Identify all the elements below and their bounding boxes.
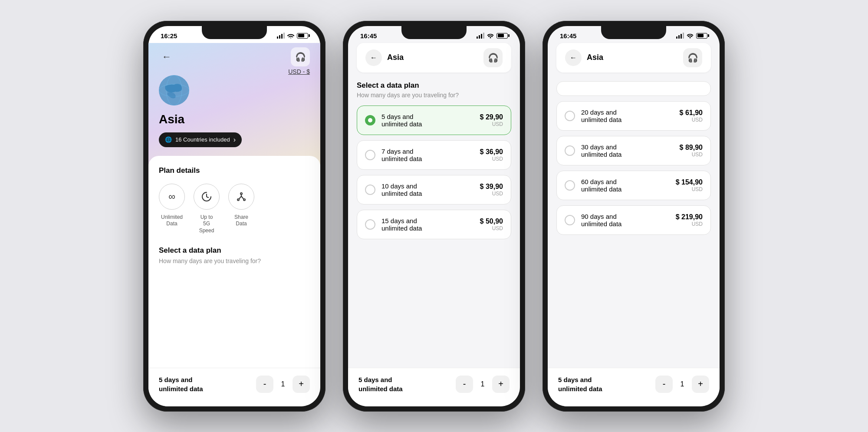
battery-icon <box>297 33 308 39</box>
unlimited-data-icon-item: ∞ UnlimitedData <box>159 184 185 234</box>
plan-price-20days: $ 61,90 USD <box>680 109 703 123</box>
support-button-3[interactable]: 🎧 <box>683 48 702 67</box>
countries-pill[interactable]: 🌐 16 Countries included › <box>159 132 242 147</box>
share-icon-item: ShareData <box>228 184 254 234</box>
plan-icons-row: ∞ UnlimitedData Up to5GSpeed <box>159 184 310 234</box>
radio-30days <box>565 145 575 156</box>
bottom-plan-text-2: 5 days and unlimited data <box>358 375 403 393</box>
quantity-plus-1[interactable]: + <box>293 376 310 393</box>
quantity-value-2: 1 <box>478 380 487 388</box>
countries-label: 16 Countries included <box>175 136 230 143</box>
speed-label: Up to5GSpeed <box>199 214 214 234</box>
phone-2: 16:45 ← Asia 🎧 Select a <box>343 21 525 412</box>
select-plan-title-2: Select a data plan <box>357 81 511 90</box>
plan-label-30days: 30 days andunlimited data <box>581 143 621 158</box>
plan-price-15days: $ 50,90 USD <box>480 218 503 231</box>
time-2: 16:45 <box>360 32 377 40</box>
share-label: ShareData <box>234 214 248 228</box>
time-3: 16:45 <box>560 32 576 40</box>
plan-option-5days[interactable]: 5 days andunlimited data $ 29,90 USD <box>357 106 511 135</box>
plan-label-10days: 10 days andunlimited data <box>381 182 422 197</box>
plan-option-7days[interactable]: 7 days andunlimited data $ 36,90 USD <box>357 140 511 170</box>
plan-label-20days: 20 days andunlimited data <box>581 109 621 123</box>
plan-label-7days: 7 days andunlimited data <box>381 148 422 162</box>
radio-7days <box>365 150 375 160</box>
radio-15days <box>365 219 375 230</box>
plan-label-15days: 15 days andunlimited data <box>381 217 422 232</box>
wifi-icon <box>287 33 294 38</box>
support-button-1[interactable]: 🎧 <box>291 47 310 66</box>
bottom-plan-text-1: 5 days and unlimited data <box>159 375 203 393</box>
battery-icon-2 <box>496 33 508 39</box>
share-icon-circle <box>228 184 254 210</box>
bottom-bar-2: 5 days and unlimited data - 1 + <box>348 368 520 406</box>
time-1: 16:25 <box>161 32 177 40</box>
quantity-value-1: 1 <box>279 380 287 388</box>
quantity-minus-3[interactable]: - <box>655 376 673 393</box>
globe-icon: 🌐 <box>165 136 172 143</box>
quantity-plus-3[interactable]: + <box>692 376 709 393</box>
select-plan-sub-1: How many days are you traveling for? <box>159 257 310 264</box>
status-icons-3 <box>676 33 707 39</box>
nav-header-2: ← Asia 🎧 <box>357 43 511 73</box>
currency-selector[interactable]: USD - $ <box>288 68 310 75</box>
bottom-plan-text-3: 5 days and unlimited data <box>558 375 602 393</box>
plan-price-5days: $ 29,90 USD <box>480 113 503 127</box>
back-button-2[interactable]: ← <box>365 49 382 66</box>
notch-2 <box>401 26 467 39</box>
unlimited-label: UnlimitedData <box>161 214 183 228</box>
quantity-plus-2[interactable]: + <box>492 376 510 393</box>
radio-10days <box>365 185 375 195</box>
plan-option-20days[interactable]: 20 days andunlimited data $ 61,90 USD <box>556 101 711 131</box>
speed-icon-item: Up to5GSpeed <box>194 184 220 234</box>
status-icons-1 <box>277 33 308 39</box>
plan-option-30days[interactable]: 30 days andunlimited data $ 89,90 USD <box>556 136 711 165</box>
plan-price-10days: $ 39,90 USD <box>480 183 503 197</box>
svg-point-4 <box>237 199 239 201</box>
plan-price-30days: $ 89,90 USD <box>680 144 703 158</box>
status-icons-2 <box>477 33 508 39</box>
back-button-1[interactable]: ← <box>159 49 174 65</box>
quantity-controls-2[interactable]: - 1 + <box>456 376 510 393</box>
speed-icon-circle <box>194 184 220 210</box>
signal-icon <box>277 33 285 39</box>
signal-icon-2 <box>477 33 484 39</box>
quantity-controls-3[interactable]: - 1 + <box>655 376 709 393</box>
nav-header-3: ← Asia 🎧 <box>556 43 711 73</box>
wifi-icon-3 <box>687 33 694 38</box>
quantity-minus-2[interactable]: - <box>456 376 473 393</box>
select-plan-sub-2: How many days are you traveling for? <box>357 92 511 99</box>
chevron-right-icon: › <box>233 136 236 144</box>
quantity-controls-1[interactable]: - 1 + <box>256 376 310 393</box>
battery-icon-3 <box>696 33 707 39</box>
header-left-2: ← Asia <box>365 49 404 66</box>
quantity-value-3: 1 <box>678 380 687 388</box>
plan-option-10days[interactable]: 10 days andunlimited data $ 39,90 USD <box>357 175 511 204</box>
plan-label-90days: 90 days andunlimited data <box>581 213 621 228</box>
phone-3: 16:45 ← Asia 🎧 <box>542 21 725 412</box>
notch-3 <box>601 26 666 39</box>
plan-details-title: Plan details <box>159 166 310 175</box>
plan-price-90days: $ 219,90 USD <box>676 213 703 227</box>
support-button-2[interactable]: 🎧 <box>483 48 503 67</box>
radio-60days <box>565 180 575 191</box>
radio-90days <box>565 215 575 225</box>
plan-list-2: Select a data plan How many days are you… <box>348 81 520 244</box>
partial-plan-card <box>556 81 711 96</box>
back-button-3[interactable]: ← <box>565 49 582 66</box>
region-title-3: Asia <box>587 53 603 62</box>
quantity-minus-1[interactable]: - <box>256 376 273 393</box>
plan-option-60days[interactable]: 60 days andunlimited data $ 154,90 USD <box>556 171 711 200</box>
signal-icon-3 <box>676 33 684 39</box>
bottom-bar-1: 5 days and unlimited data - 1 + <box>148 368 320 406</box>
plan-label-60days: 60 days andunlimited data <box>581 178 621 193</box>
bottom-bar-3: 5 days and unlimited data - 1 + <box>548 368 720 406</box>
svg-point-3 <box>240 193 242 195</box>
plan-option-90days[interactable]: 90 days andunlimited data $ 219,90 USD <box>556 205 711 235</box>
plan-option-15days[interactable]: 15 days andunlimited data $ 50,90 USD <box>357 210 511 239</box>
plan-label-5days: 5 days andunlimited data <box>381 113 422 128</box>
svg-point-5 <box>243 199 245 201</box>
region-name-1: Asia <box>159 112 310 126</box>
notch <box>202 26 267 39</box>
plan-price-60days: $ 154,90 USD <box>676 178 703 192</box>
